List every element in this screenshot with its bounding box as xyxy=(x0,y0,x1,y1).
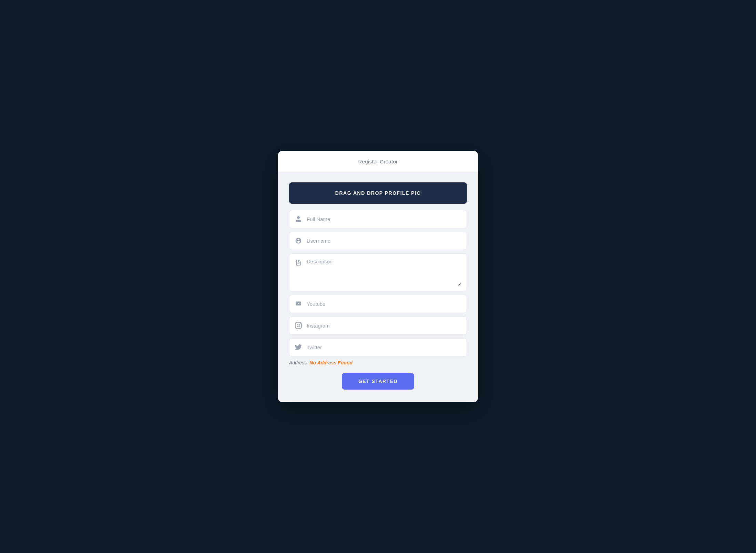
modal-header: Register Creator xyxy=(278,151,478,173)
instagram-group xyxy=(289,316,467,335)
description-icon xyxy=(295,259,303,267)
address-row: Address No Address Found xyxy=(289,360,467,365)
full-name-input[interactable] xyxy=(307,216,461,222)
modal-title: Register Creator xyxy=(358,159,398,164)
twitter-group xyxy=(289,338,467,356)
address-label: Address xyxy=(289,360,307,365)
modal-container: Register Creator DRAG AND DROP PROFILE P… xyxy=(278,151,478,402)
youtube-input[interactable] xyxy=(307,301,461,307)
twitter-icon xyxy=(295,344,303,351)
youtube-group xyxy=(289,295,467,313)
get-started-button[interactable]: GET STARTED xyxy=(342,373,414,390)
full-name-group xyxy=(289,210,467,228)
drag-drop-label: DRAG AND DROP PROFILE PIC xyxy=(335,190,421,196)
drag-drop-area[interactable]: DRAG AND DROP PROFILE PIC xyxy=(289,182,467,204)
modal-body: DRAG AND DROP PROFILE PIC xyxy=(278,173,478,402)
instagram-icon xyxy=(295,322,303,330)
instagram-input[interactable] xyxy=(307,323,461,329)
description-input[interactable] xyxy=(307,259,461,286)
youtube-icon xyxy=(295,300,303,308)
description-group xyxy=(289,253,467,291)
username-input[interactable] xyxy=(307,238,461,244)
person-icon xyxy=(295,215,303,223)
username-group xyxy=(289,232,467,250)
user-icon xyxy=(295,237,303,245)
address-value: No Address Found xyxy=(309,360,353,365)
twitter-input[interactable] xyxy=(307,344,461,350)
